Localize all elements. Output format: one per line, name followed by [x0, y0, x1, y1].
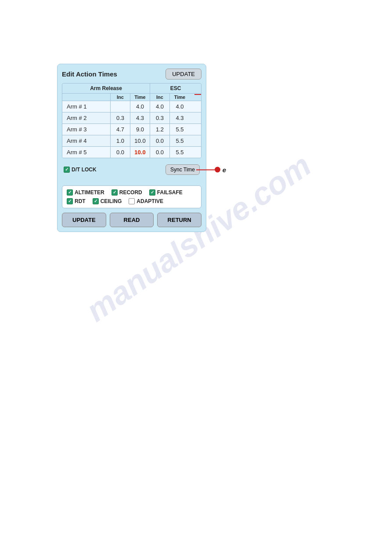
header-row: Edit Action Times UPDATE — [62, 69, 201, 80]
read-button[interactable]: READ — [110, 213, 154, 227]
table-section-headers: Arm Release ESC — [62, 83, 201, 94]
table-cell: 0.0 — [150, 147, 170, 158]
table-cell: Arm # 4 — [62, 135, 111, 146]
table-cell: 4.0 — [130, 101, 150, 112]
checkbox-item-text: ALTIMETER — [75, 189, 104, 196]
update-button[interactable]: UPDATE — [62, 213, 106, 227]
checkbox-item[interactable] — [93, 198, 99, 204]
checkbox-item[interactable] — [129, 198, 135, 204]
col-esc-inc-header: Inc — [150, 94, 170, 101]
table-cell: 4.7 — [111, 124, 130, 135]
bottom-buttons: UPDATE READ RETURN — [62, 213, 201, 227]
table-cell: 10.0 — [130, 147, 150, 158]
return-button[interactable]: RETURN — [157, 213, 201, 227]
annotation-e-line — [196, 169, 215, 170]
table-cell: 0.0 — [111, 147, 130, 158]
table-row: Arm # 20.34.30.34.3 — [62, 112, 201, 124]
esc-header: ESC — [150, 83, 201, 93]
main-panel: Edit Action Times UPDATE D Arm Release E… — [57, 64, 206, 232]
table-cell: 4.3 — [170, 112, 190, 123]
dt-lock-label: D/T LOCK — [72, 167, 97, 173]
table-cell: 0.0 — [150, 135, 170, 146]
col-arm-inc-header: Inc — [111, 94, 130, 101]
checkbox-row-2: RDTCEILINGADAPTIVE — [67, 198, 197, 204]
table-body: Arm # 14.04.04.0Arm # 20.34.30.34.3Arm #… — [62, 101, 201, 158]
col-esc-time-header: Time — [170, 94, 190, 101]
table-row: Arm # 34.79.01.25.5 — [62, 124, 201, 135]
data-table: D Arm Release ESC Inc Time Inc Time Arm … — [62, 83, 201, 158]
table-cell: Arm # 2 — [62, 112, 111, 123]
checkbox-item-text: RDT — [75, 198, 86, 204]
table-cell: 5.5 — [170, 124, 190, 135]
checkbox-item-label[interactable]: ADAPTIVE — [129, 198, 163, 204]
annotation-d-line — [194, 94, 201, 95]
table-cell: 10.0 — [130, 135, 150, 146]
checkboxes-section: ALTIMETERRECORDFAILSAFE RDTCEILINGADAPTI… — [62, 185, 201, 208]
checkbox-item[interactable] — [111, 189, 118, 196]
checkbox-item-text: CEILING — [101, 198, 122, 204]
table-cell: 5.5 — [170, 135, 190, 146]
checkbox-item[interactable] — [67, 189, 73, 196]
checkbox-item-label[interactable]: FAILSAFE — [149, 189, 183, 196]
table-cell: 1.2 — [150, 124, 170, 135]
table-cell: 4.0 — [150, 101, 170, 112]
table-cell: Arm # 3 — [62, 124, 111, 135]
checkbox-item-label[interactable]: RDT — [67, 198, 86, 204]
table-cell: 9.0 — [130, 124, 150, 135]
checkbox-row-1: ALTIMETERRECORDFAILSAFE — [67, 189, 197, 196]
menu-button[interactable]: UPDATE — [165, 69, 201, 80]
checkbox-item[interactable] — [149, 189, 155, 196]
table-cell: 0.3 — [111, 112, 130, 123]
annotation-d: D — [194, 91, 201, 98]
annotation-e: e — [196, 166, 226, 174]
table-cell: 1.0 — [111, 135, 130, 146]
sync-time-button[interactable]: Sync Time — [165, 164, 200, 175]
sub-header-row: Inc Time Inc Time — [62, 94, 201, 101]
table-cell: Arm # 1 — [62, 101, 111, 112]
annotation-e-dot — [215, 167, 220, 173]
table-row: Arm # 41.010.00.05.5 — [62, 135, 201, 147]
table-row: Arm # 14.04.04.0 — [62, 101, 201, 112]
checkbox-item[interactable] — [67, 198, 73, 204]
col-arm-label-header — [62, 94, 111, 101]
checkbox-item-label[interactable]: ALTIMETER — [67, 189, 104, 196]
table-cell: 4.0 — [170, 101, 190, 112]
dt-lock-checkbox[interactable] — [64, 167, 70, 173]
lock-sync-row: D/T LOCK Sync Time e — [62, 162, 201, 178]
arm-release-header: Arm Release — [62, 83, 150, 93]
annotation-e-label: e — [223, 166, 226, 174]
table-cell: 4.3 — [130, 112, 150, 123]
col-arm-time-header: Time — [130, 94, 150, 101]
checkbox-item-text: RECORD — [119, 189, 142, 196]
checkbox-item-text: FAILSAFE — [157, 189, 183, 196]
table-row: Arm # 50.010.00.05.5 — [62, 147, 201, 158]
checkbox-item-label[interactable]: RECORD — [111, 189, 142, 196]
table-cell: 0.3 — [150, 112, 170, 123]
panel-title: Edit Action Times — [62, 70, 117, 78]
dt-lock-checkbox-label[interactable]: D/T LOCK — [64, 167, 97, 173]
checkbox-item-text: ADAPTIVE — [137, 198, 163, 204]
table-cell: Arm # 5 — [62, 147, 111, 158]
checkbox-item-label[interactable]: CEILING — [93, 198, 122, 204]
table-cell: 5.5 — [170, 147, 190, 158]
table-cell — [111, 101, 130, 112]
